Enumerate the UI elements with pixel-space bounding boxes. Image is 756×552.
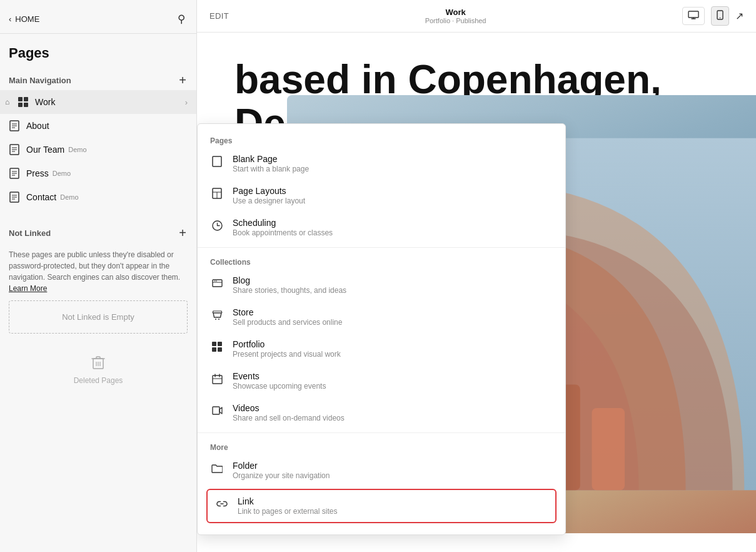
add-main-nav-button[interactable]: +	[178, 74, 188, 86]
learn-more-link[interactable]: Learn More	[9, 284, 47, 293]
portfolio-icon	[210, 340, 224, 354]
svg-point-37	[216, 280, 217, 282]
dropdown-item-events[interactable]: Events Showcase upcoming events	[198, 365, 565, 397]
dropdown-item-link-wrapper: Link Link to pages or external sites	[206, 489, 557, 523]
dropdown-item-scheduling[interactable]: Scheduling Book appointments or classes	[198, 212, 565, 243]
folder-title: Folder	[233, 461, 330, 471]
svg-rect-44	[213, 407, 219, 414]
not-linked-empty-box: Not Linked is Empty	[9, 300, 188, 334]
main-nav-label: Main Navigation	[9, 76, 71, 85]
svg-rect-35	[213, 280, 222, 287]
folder-icon	[210, 461, 224, 475]
topbar-center: Work Portfolio · Published	[425, 8, 486, 24]
pages-title: Pages	[0, 34, 196, 66]
home-back-button[interactable]: ‹ HOME	[9, 14, 39, 24]
grid-icon	[18, 96, 29, 108]
deleted-pages-label: Deleted Pages	[74, 376, 123, 385]
svg-point-23	[720, 18, 721, 19]
our-team-demo-badge: Demo	[68, 146, 86, 153]
svg-rect-40	[213, 376, 222, 384]
divider-2	[198, 432, 565, 433]
link-icon	[215, 497, 229, 511]
scheduling-icon	[210, 218, 224, 232]
blank-page-title: Blank Page	[233, 154, 309, 164]
page-layouts-icon	[210, 187, 224, 200]
sidebar-item-about[interactable]: About	[0, 114, 196, 138]
add-page-dropdown: Pages Blank Page Start with a blank page…	[197, 123, 566, 535]
scheduling-title: Scheduling	[233, 218, 333, 228]
add-not-linked-button[interactable]: +	[178, 227, 188, 239]
portfolio-title: Portfolio	[233, 339, 341, 349]
link-title: Link	[238, 496, 337, 506]
not-linked-section: These pages are public unless they're di…	[0, 243, 196, 340]
page-icon-about	[9, 120, 20, 131]
main-content: EDIT Work Portfolio · Published ↗ based …	[197, 0, 756, 552]
svg-point-38	[215, 319, 216, 320]
store-title: Store	[233, 307, 342, 317]
work-chevron-icon: ›	[185, 98, 188, 107]
blog-icon	[210, 276, 224, 290]
videos-title: Videos	[233, 403, 345, 413]
folder-desc: Organize your site navigation	[233, 471, 330, 480]
dropdown-item-blank-page[interactable]: Blank Page Start with a blank page	[198, 148, 565, 180]
blank-page-icon	[210, 155, 224, 168]
svg-rect-28	[592, 408, 625, 490]
dropdown-item-store[interactable]: Store Sell products and services online	[198, 301, 565, 333]
page-layouts-desc: Use a designer layout	[233, 197, 305, 205]
not-linked-description: These pages are public unless they're di…	[9, 249, 188, 294]
events-icon	[210, 372, 224, 386]
topbar: EDIT Work Portfolio · Published ↗	[197, 0, 756, 33]
dropdown-item-link[interactable]: Link Link to pages or external sites	[206, 489, 557, 523]
contact-demo-badge: Demo	[60, 193, 78, 201]
about-page-name: About	[26, 121, 49, 131]
trash-icon	[91, 355, 105, 374]
search-button[interactable]: ⚲	[175, 11, 188, 27]
sidebar-topbar: ‹ HOME ⚲	[0, 0, 196, 34]
sidebar-item-press[interactable]: Press Demo	[0, 161, 196, 185]
topbar-page-status: Portfolio · Published	[425, 17, 486, 24]
blog-title: Blog	[233, 275, 346, 285]
preview-area: based in Copenhagen, Denmark.	[197, 33, 756, 552]
svg-point-36	[214, 280, 215, 282]
blog-desc: Share stories, thoughts, and ideas	[233, 286, 346, 295]
dropdown-item-folder[interactable]: Folder Organize your site navigation	[198, 454, 565, 486]
desktop-view-button[interactable]	[682, 7, 705, 25]
not-linked-section-header: Not Linked +	[0, 219, 196, 243]
not-linked-label: Not Linked	[9, 228, 51, 238]
dropdown-item-portfolio[interactable]: Portfolio Present projects and visual wo…	[198, 333, 565, 365]
page-icon-our-team	[9, 144, 20, 155]
svg-rect-30	[213, 156, 221, 166]
contact-page-name: Contact	[26, 192, 56, 202]
events-title: Events	[233, 371, 326, 381]
press-demo-badge: Demo	[53, 170, 71, 177]
dropdown-item-blog[interactable]: Blog Share stories, thoughts, and ideas	[198, 269, 565, 301]
page-icon-press	[9, 168, 20, 179]
sidebar-item-work[interactable]: ⌂ Work ›	[0, 90, 196, 114]
mobile-view-button[interactable]	[711, 6, 729, 26]
videos-desc: Share and sell on-demand videos	[233, 414, 345, 422]
sidebar-item-our-team[interactable]: Our Team Demo	[0, 138, 196, 161]
topbar-right: ↗	[682, 6, 743, 26]
dropdown-item-videos[interactable]: Videos Share and sell on-demand videos	[198, 397, 565, 429]
link-desc: Link to pages or external sites	[238, 507, 337, 516]
collections-section-title: Collections	[198, 252, 565, 269]
portfolio-desc: Present projects and visual work	[233, 350, 341, 359]
divider-1	[198, 247, 565, 248]
page-layouts-title: Page Layouts	[233, 186, 305, 196]
work-page-name: Work	[35, 97, 55, 107]
svg-rect-20	[688, 11, 698, 18]
store-icon	[210, 308, 224, 322]
main-nav-section-header: Main Navigation +	[0, 66, 196, 90]
svg-point-39	[218, 319, 219, 320]
more-section-title: More	[198, 437, 565, 454]
topbar-page-name: Work	[425, 8, 486, 17]
sidebar-item-contact[interactable]: Contact Demo	[0, 185, 196, 209]
deleted-pages-button[interactable]: Deleted Pages	[0, 340, 196, 400]
dropdown-item-page-layouts[interactable]: Page Layouts Use a designer layout	[198, 180, 565, 212]
external-link-button[interactable]: ↗	[735, 10, 743, 22]
home-label: HOME	[15, 14, 39, 24]
edit-label: EDIT	[209, 11, 229, 21]
page-icon-contact	[9, 192, 20, 203]
pages-section-title: Pages	[198, 130, 565, 148]
back-arrow-icon: ‹	[9, 14, 11, 24]
